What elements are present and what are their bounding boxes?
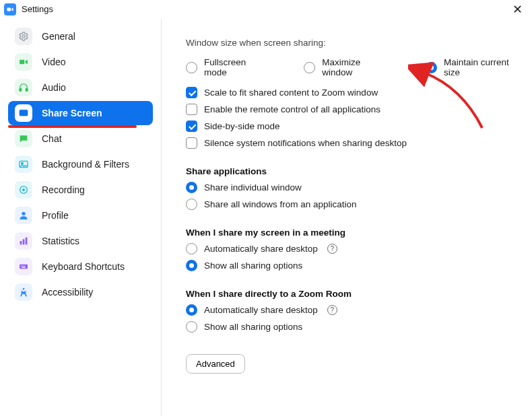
help-icon[interactable]: ? (327, 305, 337, 315)
zoom-app-icon (4, 3, 16, 15)
sidebar-item-share-screen[interactable]: Share Screen (8, 101, 153, 125)
sidebar-item-label: Audio (42, 82, 66, 93)
sidebar-item-general[interactable]: General (8, 24, 153, 48)
share-applications-heading: Share applications (186, 166, 520, 176)
sidebar-item-chat[interactable]: Chat (8, 127, 153, 151)
sidebar-item-keyboard-shortcuts[interactable]: Keyboard Shortcuts (8, 254, 153, 279)
check-label: Scale to fit shared content to Zoom wind… (204, 88, 378, 98)
sidebar-item-label: Profile (42, 210, 69, 221)
sidebar-item-recording[interactable]: Recording (8, 178, 153, 202)
check-side-by-side[interactable]: Side-by-side mode (186, 120, 520, 132)
keyboard-icon (15, 258, 32, 275)
svg-rect-0 (7, 7, 11, 11)
check-scale-to-fit[interactable]: Scale to fit shared content to Zoom wind… (186, 87, 520, 98)
radio-room-show-all[interactable]: Show all sharing options (186, 321, 520, 333)
radio-label: Automatically share desktop (204, 244, 318, 254)
svg-rect-12 (23, 239, 25, 244)
sidebar-item-statistics[interactable]: Statistics (8, 229, 153, 253)
radio-maintain-current-size[interactable]: Maintain current size (426, 57, 520, 77)
close-button[interactable]: ✕ (508, 2, 527, 17)
sidebar-item-label: Keyboard Shortcuts (42, 261, 125, 272)
radio-label: Show all sharing options (204, 322, 302, 332)
chart-icon (15, 232, 32, 250)
image-icon (15, 155, 32, 173)
radio-dot (304, 62, 315, 73)
checkbox-box (186, 137, 197, 149)
svg-rect-17 (24, 266, 25, 267)
accessibility-icon (15, 283, 32, 301)
sidebar-item-label: Accessibility (42, 287, 93, 298)
svg-rect-2 (20, 60, 24, 65)
svg-point-1 (22, 35, 25, 38)
settings-content: Window size when screen sharing: Fullscr… (162, 19, 532, 416)
titlebar: Settings ✕ (0, 0, 532, 19)
svg-rect-15 (21, 266, 22, 267)
radio-share-all-windows[interactable]: Share all windows from an application (186, 199, 520, 210)
radio-share-individual-window[interactable]: Share individual window (186, 182, 520, 193)
advanced-button[interactable]: Advanced (186, 354, 245, 374)
radio-meeting-auto-share[interactable]: Automatically share desktop ? (186, 243, 520, 254)
chat-icon (15, 130, 32, 147)
help-icon[interactable]: ? (327, 244, 337, 254)
radio-maximize-window[interactable]: Maximize window (304, 57, 387, 77)
checkbox-box (186, 87, 197, 98)
sidebar-item-label: General (42, 31, 75, 42)
settings-sidebar: General Video Audio Share Screen (0, 19, 162, 416)
share-meeting-heading: When I share my screen in a meeting (186, 228, 520, 238)
svg-rect-3 (20, 88, 22, 91)
svg-rect-18 (22, 267, 25, 268)
svg-rect-16 (23, 266, 24, 267)
share-room-heading: When I share directly to a Zoom Room (186, 289, 520, 299)
radio-meeting-show-all[interactable]: Show all sharing options (186, 260, 520, 271)
radio-dot (186, 199, 197, 210)
svg-rect-4 (26, 88, 28, 91)
radio-label: Show all sharing options (204, 261, 302, 271)
radio-dot (186, 182, 197, 193)
radio-dot (426, 62, 437, 73)
radio-dot (186, 260, 197, 271)
checkbox-box (186, 120, 197, 132)
check-label: Silence system notifications when sharin… (204, 138, 407, 148)
window-size-label: Window size when screen sharing: (186, 38, 520, 48)
record-icon (15, 181, 32, 199)
svg-point-19 (23, 288, 25, 290)
user-icon (15, 207, 32, 224)
radio-dot (186, 243, 197, 254)
window-size-radio-group: Fullscreen mode Maximize window Maintain… (186, 57, 520, 77)
sidebar-item-accessibility[interactable]: Accessibility (8, 280, 153, 304)
checkbox-box (186, 104, 197, 115)
svg-point-10 (22, 212, 25, 215)
window-title: Settings (22, 4, 53, 14)
share-screen-icon (15, 104, 32, 122)
svg-rect-13 (26, 238, 28, 245)
check-label: Enable the remote control of all applica… (204, 104, 380, 114)
gear-icon (15, 28, 32, 45)
check-silence-notifications[interactable]: Silence system notifications when sharin… (186, 137, 520, 149)
check-label: Side-by-side mode (204, 121, 280, 131)
radio-label: Fullscreen mode (204, 57, 265, 77)
svg-rect-11 (20, 241, 22, 244)
sidebar-item-label: Video (42, 57, 66, 67)
radio-dot (186, 304, 197, 316)
radio-room-auto-share[interactable]: Automatically share desktop ? (186, 304, 520, 316)
svg-point-9 (22, 188, 25, 191)
check-enable-remote-control[interactable]: Enable the remote control of all applica… (186, 104, 520, 115)
sidebar-item-audio[interactable]: Audio (8, 75, 153, 100)
headphones-icon (15, 79, 32, 96)
video-icon (15, 53, 32, 71)
sidebar-item-background-filters[interactable]: Background & Filters (8, 152, 153, 176)
svg-point-7 (22, 162, 24, 164)
radio-label: Maintain current size (444, 57, 520, 77)
sidebar-item-label: Statistics (42, 236, 79, 246)
radio-label: Maximize window (322, 57, 387, 77)
radio-label: Share individual window (204, 182, 302, 193)
sidebar-item-label: Background & Filters (42, 159, 129, 170)
radio-label: Share all windows from an application (204, 199, 357, 209)
sidebar-item-label: Recording (42, 184, 85, 195)
radio-fullscreen-mode[interactable]: Fullscreen mode (186, 57, 265, 77)
sidebar-item-profile[interactable]: Profile (8, 203, 153, 228)
sidebar-item-video[interactable]: Video (8, 50, 153, 74)
sidebar-item-label: Chat (42, 133, 62, 144)
sidebar-item-label: Share Screen (42, 108, 102, 118)
radio-dot (186, 321, 197, 333)
